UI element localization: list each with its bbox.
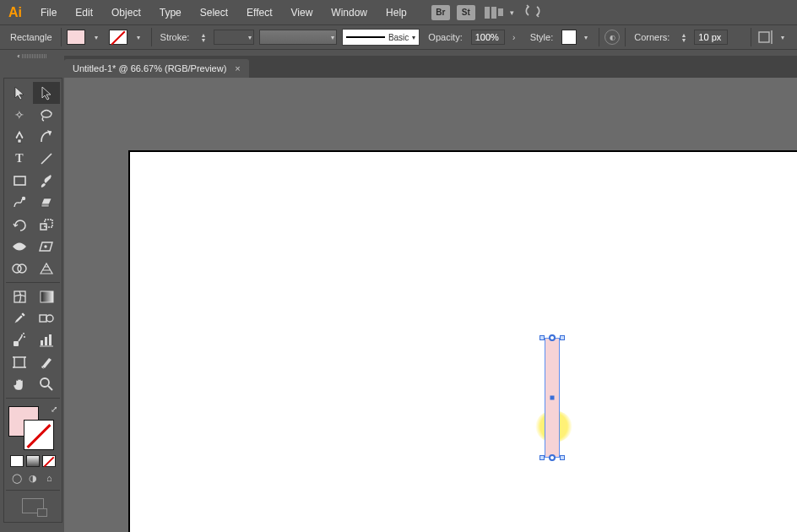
arrange-docs-icon[interactable] bbox=[485, 6, 505, 19]
type-tool[interactable]: T bbox=[6, 148, 33, 170]
selection-handle[interactable] bbox=[539, 455, 545, 460]
corners-field[interactable]: 10 px bbox=[694, 30, 728, 45]
curvature-tool[interactable] bbox=[33, 126, 60, 148]
separator bbox=[751, 28, 751, 46]
brush-dropdown-icon: ▾ bbox=[412, 34, 415, 41]
close-tab-icon[interactable]: × bbox=[235, 63, 240, 73]
live-corner-widget[interactable] bbox=[549, 454, 556, 461]
gradient-chip[interactable] bbox=[26, 455, 40, 467]
fill-dropdown-icon[interactable]: ▾ bbox=[92, 33, 100, 41]
shape-builder-tool[interactable] bbox=[6, 258, 33, 280]
svg-rect-19 bbox=[45, 337, 47, 345]
magic-wand-tool[interactable]: ✧ bbox=[6, 104, 33, 126]
variable-width-profile[interactable]: ▾ bbox=[259, 30, 337, 45]
stroke-weight-field[interactable]: ▾ bbox=[214, 30, 254, 45]
paintbrush-tool[interactable] bbox=[33, 170, 60, 192]
rectangle-tool[interactable] bbox=[6, 170, 33, 192]
menu-file[interactable]: File bbox=[32, 3, 65, 22]
recolor-artwork-icon[interactable]: ◐ bbox=[605, 30, 620, 45]
document-tab[interactable]: Untitled-1* @ 66.67% (RGB/Preview) × bbox=[64, 59, 249, 78]
selection-handle[interactable] bbox=[560, 335, 565, 340]
opacity-popup-icon[interactable]: › bbox=[510, 33, 518, 41]
selection-tool[interactable] bbox=[6, 82, 33, 104]
zoom-tool[interactable] bbox=[33, 373, 60, 395]
tools-panel: ✧ T ⤢ bbox=[3, 78, 62, 523]
stock-icon[interactable]: St bbox=[457, 5, 475, 20]
shape-name-label: Rectangle bbox=[7, 30, 56, 44]
panel-collapse-strip[interactable]: ‹‹ bbox=[0, 50, 64, 62]
stroke-dropdown-icon[interactable]: ▾ bbox=[134, 33, 143, 41]
menu-window[interactable]: Window bbox=[323, 3, 376, 22]
svg-rect-1 bbox=[18, 139, 21, 143]
opacity-field[interactable]: 100% bbox=[471, 30, 505, 45]
lasso-tool[interactable] bbox=[33, 104, 60, 126]
separator bbox=[625, 28, 626, 46]
align-to-icon[interactable] bbox=[756, 30, 773, 45]
menu-edit[interactable]: Edit bbox=[67, 3, 101, 22]
hand-tool[interactable] bbox=[6, 373, 33, 395]
slice-tool[interactable] bbox=[33, 351, 60, 373]
stroke-weight-label: Stroke: bbox=[157, 30, 193, 44]
brush-label: Basic bbox=[388, 33, 409, 42]
column-graph-tool[interactable] bbox=[33, 329, 60, 351]
draw-mode-row: ◯ ◑ ⌂ bbox=[6, 469, 60, 487]
stroke-weight-stepper[interactable]: ▲▼ bbox=[200, 33, 206, 42]
selection-handle[interactable] bbox=[560, 455, 565, 460]
swap-fill-stroke-icon[interactable]: ⤢ bbox=[51, 404, 57, 414]
graphic-style-swatch[interactable] bbox=[561, 30, 577, 45]
artboard[interactable] bbox=[130, 152, 797, 532]
color-chip[interactable] bbox=[10, 455, 24, 467]
svg-point-4 bbox=[23, 198, 25, 200]
align-to-dropdown-icon[interactable]: ▾ bbox=[778, 33, 787, 41]
menu-bar: Ai File Edit Object Type Select Effect V… bbox=[0, 0, 797, 24]
gradient-tool[interactable] bbox=[33, 285, 60, 307]
menu-effect[interactable]: Effect bbox=[238, 3, 280, 22]
svg-line-2 bbox=[41, 154, 52, 164]
pen-tool[interactable] bbox=[6, 126, 33, 148]
fill-swatch[interactable] bbox=[67, 30, 85, 45]
selected-rectangle-shape[interactable] bbox=[545, 338, 560, 458]
free-transform-tool[interactable] bbox=[33, 236, 60, 258]
selection-handle[interactable] bbox=[539, 335, 545, 340]
blend-tool[interactable] bbox=[33, 307, 60, 329]
corners-label: Corners: bbox=[631, 30, 673, 44]
menu-object[interactable]: Object bbox=[103, 3, 149, 22]
shaper-tool[interactable] bbox=[6, 192, 33, 214]
brush-definition[interactable]: Basic ▾ bbox=[342, 29, 420, 46]
screen-mode-icon[interactable] bbox=[22, 498, 44, 513]
artboard-tool[interactable] bbox=[6, 351, 33, 373]
width-tool[interactable] bbox=[6, 236, 33, 258]
menu-view[interactable]: View bbox=[283, 3, 322, 22]
canvas-area[interactable] bbox=[64, 78, 797, 532]
menu-help[interactable]: Help bbox=[377, 3, 415, 22]
mesh-tool[interactable] bbox=[6, 285, 33, 307]
menu-type[interactable]: Type bbox=[151, 3, 190, 22]
none-chip[interactable] bbox=[42, 455, 56, 467]
eyedropper-tool[interactable] bbox=[6, 307, 33, 329]
draw-normal-icon[interactable]: ◯ bbox=[11, 472, 22, 484]
sync-icon[interactable] bbox=[524, 4, 541, 20]
corners-stepper[interactable]: ▲▼ bbox=[680, 33, 686, 42]
menu-select[interactable]: Select bbox=[192, 3, 236, 22]
live-corner-widget[interactable] bbox=[549, 334, 556, 341]
eraser-tool[interactable] bbox=[33, 192, 60, 214]
svg-rect-3 bbox=[14, 176, 25, 185]
stroke-color-box[interactable] bbox=[24, 420, 54, 450]
draw-behind-icon[interactable]: ◑ bbox=[27, 472, 38, 484]
scale-tool[interactable] bbox=[33, 214, 60, 236]
arrange-docs-dropdown-icon[interactable]: ▾ bbox=[510, 8, 514, 17]
draw-inside-icon[interactable]: ⌂ bbox=[44, 472, 55, 484]
svg-rect-11 bbox=[41, 291, 53, 302]
color-mode-row bbox=[6, 453, 60, 469]
bridge-icon[interactable]: Br bbox=[431, 5, 450, 20]
stroke-swatch[interactable] bbox=[109, 30, 127, 45]
direct-selection-tool[interactable] bbox=[33, 82, 60, 104]
svg-rect-0 bbox=[759, 32, 769, 42]
selection-center-point[interactable] bbox=[550, 396, 555, 400]
perspective-grid-tool[interactable] bbox=[33, 258, 60, 280]
symbol-sprayer-tool[interactable] bbox=[6, 329, 33, 351]
rotate-tool[interactable] bbox=[6, 214, 33, 236]
line-segment-tool[interactable] bbox=[33, 148, 60, 170]
graphic-style-dropdown-icon[interactable]: ▾ bbox=[582, 33, 590, 41]
fill-stroke-control[interactable]: ⤢ bbox=[7, 404, 59, 452]
